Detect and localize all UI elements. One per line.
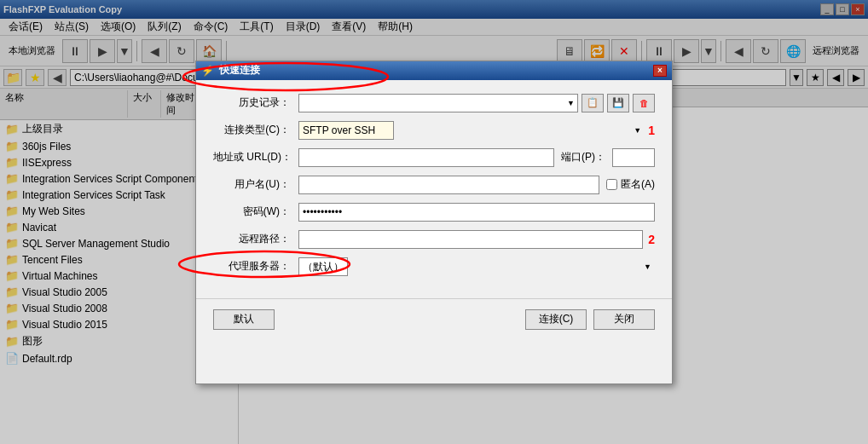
history-btn-1[interactable]: 📋 bbox=[582, 94, 604, 112]
password-label: 密码(W)： bbox=[213, 205, 298, 219]
history-btn-2[interactable]: 💾 bbox=[607, 94, 629, 112]
footer-right: 连接(C) 关闭 bbox=[525, 309, 655, 330]
quick-connect-dialog: ⚡ 快速连接 × 历史记录： 120.25.●●●.●●● 📋 💾 🗑 bbox=[195, 61, 673, 384]
remote-path-label: 远程路径： bbox=[213, 232, 298, 246]
proxy-row: 代理服务器： （默认） bbox=[213, 257, 655, 276]
dialog-title: ⚡ 快速连接 bbox=[201, 63, 260, 78]
address-field[interactable]: 120.2●●●●●●●● bbox=[298, 148, 554, 167]
proxy-label: 代理服务器： bbox=[213, 259, 298, 274]
remote-path-group: /home/ 2 bbox=[298, 230, 655, 249]
dialog-icon: ⚡ bbox=[201, 65, 214, 77]
annotation-number-2: 2 bbox=[648, 233, 655, 246]
password-row: 密码(W)： bbox=[213, 203, 655, 222]
history-select-wrapper: 120.25.●●●.●●● bbox=[298, 94, 578, 112]
history-row: 历史记录： 120.25.●●●.●●● 📋 💾 🗑 bbox=[213, 94, 655, 112]
username-label: 用户名(U)： bbox=[213, 177, 298, 192]
port-label: 端口(P)： bbox=[561, 150, 605, 164]
proxy-wrapper: （默认） bbox=[298, 257, 655, 276]
history-input[interactable]: 120.25.●●●.●●● bbox=[298, 94, 578, 112]
dialog-close-icon[interactable]: × bbox=[653, 65, 667, 77]
address-group: 120.2●●●●●●●● 端口(P)： 22 bbox=[298, 148, 655, 167]
annotation-1-container: 1 bbox=[648, 124, 655, 137]
address-row: 地址或 URL(D)： 120.2●●●●●●●● 端口(P)： 22 bbox=[213, 148, 655, 167]
dialog-footer: 默认 连接(C) 关闭 bbox=[196, 298, 672, 340]
anonymous-checkbox[interactable] bbox=[606, 179, 617, 190]
dialog-body: 历史记录： 120.25.●●●.●●● 📋 💾 🗑 连接类型(C)： SFTP… bbox=[196, 80, 672, 298]
remote-path-row: 远程路径： /home/ 2 bbox=[213, 230, 655, 249]
history-control-group: 120.25.●●●.●●● 📋 💾 🗑 bbox=[298, 94, 655, 112]
annotation-number-1: 1 bbox=[648, 124, 655, 137]
connect-button[interactable]: 连接(C) bbox=[525, 309, 587, 330]
password-field[interactable] bbox=[298, 203, 655, 222]
port-field[interactable]: 22 bbox=[612, 148, 655, 167]
remote-path-field[interactable]: /home/ bbox=[298, 230, 643, 249]
username-group: root 匿名(A) bbox=[298, 176, 655, 194]
conn-type-label: 连接类型(C)： bbox=[213, 123, 298, 137]
dialog-title-bar: ⚡ 快速连接 × bbox=[196, 61, 672, 80]
username-row: 用户名(U)： root 匿名(A) bbox=[213, 176, 655, 194]
conn-type-row: 连接类型(C)： SFTP over SSHFTPFTPS 1 bbox=[213, 121, 655, 140]
default-button[interactable]: 默认 bbox=[213, 309, 275, 330]
footer-left: 默认 bbox=[213, 309, 275, 330]
history-label: 历史记录： bbox=[213, 95, 298, 110]
conn-type-select[interactable]: SFTP over SSHFTPFTPS bbox=[298, 121, 394, 140]
dialog-overlay: ⚡ 快速连接 × 历史记录： 120.25.●●●.●●● 📋 💾 🗑 bbox=[0, 0, 868, 444]
conn-type-wrapper: SFTP over SSHFTPFTPS bbox=[298, 121, 645, 140]
address-label: 地址或 URL(D)： bbox=[213, 150, 298, 164]
close-button[interactable]: 关闭 bbox=[593, 309, 655, 330]
history-btn-3[interactable]: 🗑 bbox=[633, 94, 655, 112]
proxy-select[interactable]: （默认） bbox=[298, 257, 348, 276]
username-field[interactable]: root bbox=[298, 176, 599, 194]
anonymous-label-text: 匿名(A) bbox=[621, 177, 655, 192]
anonymous-checkbox-label[interactable]: 匿名(A) bbox=[606, 177, 655, 192]
